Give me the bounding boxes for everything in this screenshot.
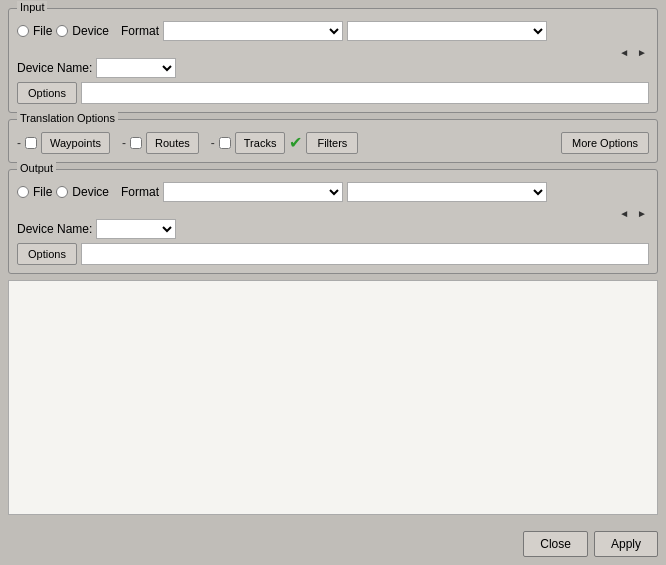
input-device-radio[interactable] (56, 25, 68, 37)
input-format-label: Format (121, 24, 159, 38)
translation-options-label: Translation Options (17, 112, 118, 124)
output-device-radio[interactable] (56, 186, 68, 198)
close-button[interactable]: Close (523, 531, 588, 557)
more-options-button[interactable]: More Options (561, 132, 649, 154)
output-format-select-2[interactable] (347, 182, 547, 202)
output-nav-right[interactable]: ► (635, 206, 649, 221)
input-format-select-2[interactable] (347, 21, 547, 41)
output-log-area (8, 280, 658, 515)
output-device-name-label: Device Name: (17, 222, 92, 236)
tracks-button[interactable]: Tracks (235, 132, 286, 154)
waypoints-button[interactable]: Waypoints (41, 132, 110, 154)
input-nav-left[interactable]: ◄ (617, 45, 631, 60)
input-device-name-select[interactable] (96, 58, 176, 78)
input-group-label: Input (17, 1, 47, 13)
output-file-radio[interactable] (17, 186, 29, 198)
dash-3: - (211, 136, 215, 150)
input-file-radio[interactable] (17, 25, 29, 37)
input-nav-right[interactable]: ► (635, 45, 649, 60)
output-group-label: Output (17, 162, 56, 174)
output-file-label: File (33, 185, 52, 199)
output-format-label: Format (121, 185, 159, 199)
output-options-text[interactable] (81, 243, 649, 265)
dash-2: - (122, 136, 126, 150)
filters-button[interactable]: Filters (306, 132, 358, 154)
routes-button[interactable]: Routes (146, 132, 199, 154)
tracks-checkbox[interactable] (219, 137, 231, 149)
translation-options-group: Translation Options - Waypoints - Routes… (8, 119, 658, 163)
routes-checkbox[interactable] (130, 137, 142, 149)
input-group: Input File Device Format ◄ ► Device Name… (8, 8, 658, 113)
input-options-button[interactable]: Options (17, 82, 77, 104)
output-format-select[interactable] (163, 182, 343, 202)
dash-1: - (17, 136, 21, 150)
output-device-label: Device (72, 185, 109, 199)
waypoints-checkbox[interactable] (25, 137, 37, 149)
input-device-name-label: Device Name: (17, 61, 92, 75)
bottom-bar: Close Apply (0, 527, 666, 565)
output-device-name-select[interactable] (96, 219, 176, 239)
output-options-button[interactable]: Options (17, 243, 77, 265)
input-options-text[interactable] (81, 82, 649, 104)
input-file-label: File (33, 24, 52, 38)
input-format-select[interactable] (163, 21, 343, 41)
apply-button[interactable]: Apply (594, 531, 658, 557)
input-device-label: Device (72, 24, 109, 38)
output-group: Output File Device Format ◄ ► Device Nam… (8, 169, 658, 274)
checkmark-icon: ✔ (289, 135, 302, 151)
output-nav-left[interactable]: ◄ (617, 206, 631, 221)
